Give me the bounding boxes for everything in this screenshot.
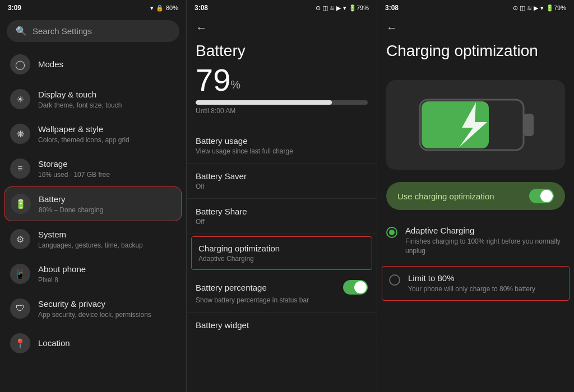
wallpaper-icon: ❋ (10, 124, 30, 144)
storage-icon: ≡ (10, 158, 30, 179)
battery-item-percentage[interactable]: Battery percentage Show battery percenta… (187, 272, 377, 312)
settings-list: ◯ Modes ☀ Display & touch Dark theme, fo… (0, 48, 186, 392)
status-icons-2: ⊙ ◫ ≋ ▶ ▾ 🔋79% (316, 4, 369, 12)
battery-share-subtitle: Off (196, 218, 368, 226)
wifi-icon-3: ▾ (540, 4, 544, 12)
battery-bar-fill (196, 100, 332, 105)
search-placeholder: Search Settings (33, 26, 92, 36)
battery-header: Battery 79 % Until 8:00 AM (187, 38, 377, 128)
about-subtitle: Pixel 8 (38, 276, 176, 284)
status-icons-1: ▾ 🔒 80% (150, 4, 178, 12)
battery-usage-subtitle: View usage since last full charge (196, 147, 368, 155)
system-title: System (38, 229, 176, 240)
battery-share-title: Battery Share (196, 207, 247, 216)
storage-subtitle: 16% used · 107 GB free (38, 171, 176, 179)
status-time-2: 3:08 (195, 4, 208, 12)
battery-item-saver[interactable]: Battery Saver Off (187, 164, 377, 199)
use-charging-toggle[interactable] (529, 189, 554, 203)
battery-title: Battery (196, 42, 368, 60)
status-time-3: 3:08 (385, 4, 399, 12)
sidebar-item-battery[interactable]: 🔋 Battery 80% – Done charging (4, 186, 182, 221)
use-charging-btn-label: Use charging optimization (397, 192, 494, 201)
battery-pct-toggle[interactable] (343, 280, 368, 295)
battery-item-widget[interactable]: Battery widget (187, 312, 377, 338)
adaptive-charging-option[interactable]: Adaptive Charging Finishes charging to 1… (377, 218, 574, 264)
battery-pct-title: Battery percentage (196, 283, 267, 292)
system-icon: ⚙ (10, 229, 30, 249)
sidebar-item-storage[interactable]: ≡ Storage 16% used · 107 GB free (4, 152, 182, 185)
battery-until: Until 8:00 AM (196, 107, 368, 115)
charging-opt-subtitle: Adaptive Charging (198, 255, 365, 263)
battery-percent-display: 79 % (196, 64, 368, 96)
display-icon: ☀ (10, 89, 30, 109)
display-title: Display & touch (38, 89, 176, 100)
battery-percent-number: 79 (196, 64, 230, 96)
sidebar-item-wallpaper[interactable]: ❋ Wallpaper & style Colors, themed icons… (4, 117, 182, 151)
battery-title: Battery (39, 194, 175, 205)
adaptive-charging-subtitle: Finishes charging to 100% right before y… (405, 237, 565, 256)
sidebar-item-location[interactable]: 📍 Location (4, 326, 182, 360)
battery-saver-subtitle: Off (196, 183, 368, 190)
charging-opt-title: Charging optimization (198, 244, 280, 253)
signal-icon: 🔒 (156, 4, 164, 12)
sidebar-item-system[interactable]: ⚙ System Languages, gestures, time, back… (4, 222, 182, 256)
storage-title: Storage (38, 158, 176, 170)
sidebar-item-display[interactable]: ☀ Display & touch Dark theme, font size,… (4, 82, 182, 116)
modes-title: Modes (38, 59, 176, 70)
charging-options-list: Adaptive Charging Finishes charging to 1… (377, 216, 574, 305)
battery-saver-title: Battery Saver (196, 171, 247, 181)
battery-icon-1: 80% (166, 4, 178, 11)
location-icon: 📍 (10, 333, 30, 353)
battery-usage-title: Battery usage (196, 136, 248, 146)
limit-80-subtitle: Your phone will only charge to 80% batte… (408, 284, 562, 294)
use-charging-optimization-button[interactable]: Use charging optimization (386, 182, 565, 210)
system-subtitle: Languages, gestures, time, backup (38, 241, 176, 249)
limit-80-title: Limit to 80% (408, 273, 562, 283)
battery-pct-3: 🔋79% (546, 4, 566, 12)
battery-item-usage[interactable]: Battery usage View usage since last full… (187, 128, 377, 164)
security-title: Security & privacy (38, 298, 176, 310)
modes-icon: ◯ (10, 54, 30, 74)
search-icon: 🔍 (16, 26, 27, 36)
security-subtitle: App security, device lock, permissions (38, 311, 176, 319)
wifi-icon-2: ▾ (343, 4, 346, 12)
status-bar-1: 3:09 ▾ 🔒 80% (0, 0, 186, 16)
battery-widget-title: Battery widget (196, 320, 249, 330)
charging-opt-row: Charging optimization (198, 244, 365, 253)
battery-item-usage-row: Battery usage (196, 136, 368, 146)
settings-panel: 3:09 ▾ 🔒 80% 🔍 Search Settings ◯ Modes ☀… (0, 0, 187, 392)
wifi-icon: ▾ (150, 4, 154, 12)
battery-item-share[interactable]: Battery Share Off (187, 199, 377, 234)
svg-rect-1 (524, 114, 534, 136)
display-subtitle: Dark theme, font size, touch (38, 101, 176, 109)
limit-80-option[interactable]: Limit to 80% Your phone will only charge… (382, 266, 570, 301)
battery-saver-row: Battery Saver (196, 171, 368, 181)
limit-80-radio[interactable] (389, 274, 400, 286)
adaptive-charging-radio[interactable] (386, 227, 397, 238)
sidebar-item-modes[interactable]: ◯ Modes (4, 48, 182, 81)
battery-pct-row: Battery percentage (196, 280, 368, 295)
back-button-3[interactable]: ← (377, 16, 574, 38)
battery-progress-bar (196, 100, 368, 105)
battery-widget-row: Battery widget (196, 320, 368, 330)
wallpaper-subtitle: Colors, themed icons, app grid (38, 136, 176, 144)
battery-subtitle: 80% – Done charging (39, 206, 175, 214)
back-button-2[interactable]: ← (187, 16, 377, 38)
sidebar-item-security[interactable]: 🛡 Security & privacy App security, devic… (4, 292, 182, 325)
charging-opt-panel: 3:08 ⊙ ◫ ≋ ▶ ▾ 🔋79% ← Charging optimizat… (377, 0, 574, 392)
security-icon: 🛡 (10, 298, 30, 319)
sidebar-item-about[interactable]: 📱 About phone Pixel 8 (4, 257, 182, 291)
battery-item-charging-opt[interactable]: Charging optimization Adaptive Charging (191, 236, 372, 270)
search-bar[interactable]: 🔍 Search Settings (7, 20, 179, 42)
battery-panel: 3:08 ⊙ ◫ ≋ ▶ ▾ 🔋79% ← Battery 79 % Until… (187, 0, 377, 392)
battery-settings-list: Battery usage View usage since last full… (187, 128, 377, 392)
battery-svg (414, 91, 538, 158)
battery-percent-symbol: % (230, 78, 240, 91)
icons-2: ⊙ ◫ ≋ ▶ (316, 4, 341, 12)
about-title: About phone (38, 264, 176, 275)
about-icon: 📱 (10, 264, 30, 284)
limit-80-text: Limit to 80% Your phone will only charge… (408, 273, 562, 294)
location-title: Location (38, 338, 176, 349)
wallpaper-title: Wallpaper & style (38, 124, 176, 135)
status-bar-2: 3:08 ⊙ ◫ ≋ ▶ ▾ 🔋79% (187, 0, 377, 16)
